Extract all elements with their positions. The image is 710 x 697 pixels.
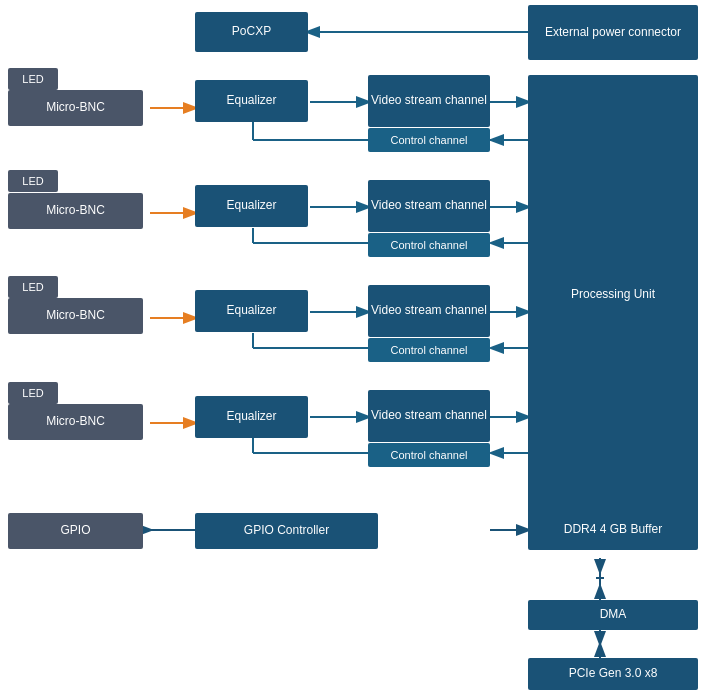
eq4-block: Equalizer — [195, 396, 308, 438]
eq1-block: Equalizer — [195, 80, 308, 122]
diagram: External power connector PoCXP Processin… — [0, 0, 710, 697]
led3-block: LED — [8, 276, 58, 298]
cc2-block: Control channel — [368, 233, 490, 257]
eq3-block: Equalizer — [195, 290, 308, 332]
cc3-block: Control channel — [368, 338, 490, 362]
gpio-block: GPIO — [8, 513, 143, 549]
eq2-block: Equalizer — [195, 185, 308, 227]
vs4-block: Video stream channel — [368, 390, 490, 442]
pocxp-block: PoCXP — [195, 12, 308, 52]
bnc1-block: Micro-BNC — [8, 90, 143, 126]
external-power-connector-block: External power connector — [528, 5, 698, 60]
led2-block: LED — [8, 170, 58, 192]
bnc2-block: Micro-BNC — [8, 193, 143, 229]
led4-block: LED — [8, 382, 58, 404]
cc4-block: Control channel — [368, 443, 490, 467]
vs1-block: Video stream channel — [368, 75, 490, 127]
ddr4-block: DDR4 4 GB Buffer — [528, 510, 698, 550]
bnc4-block: Micro-BNC — [8, 404, 143, 440]
vs3-block: Video stream channel — [368, 285, 490, 337]
processing-unit-block: Processing Unit — [528, 75, 698, 515]
cc1-block: Control channel — [368, 128, 490, 152]
bnc3-block: Micro-BNC — [8, 298, 143, 334]
pcie-block: PCIe Gen 3.0 x8 — [528, 658, 698, 690]
dma-block: DMA — [528, 600, 698, 630]
vs2-block: Video stream channel — [368, 180, 490, 232]
led1-block: LED — [8, 68, 58, 90]
gpio-controller-block: GPIO Controller — [195, 513, 378, 549]
